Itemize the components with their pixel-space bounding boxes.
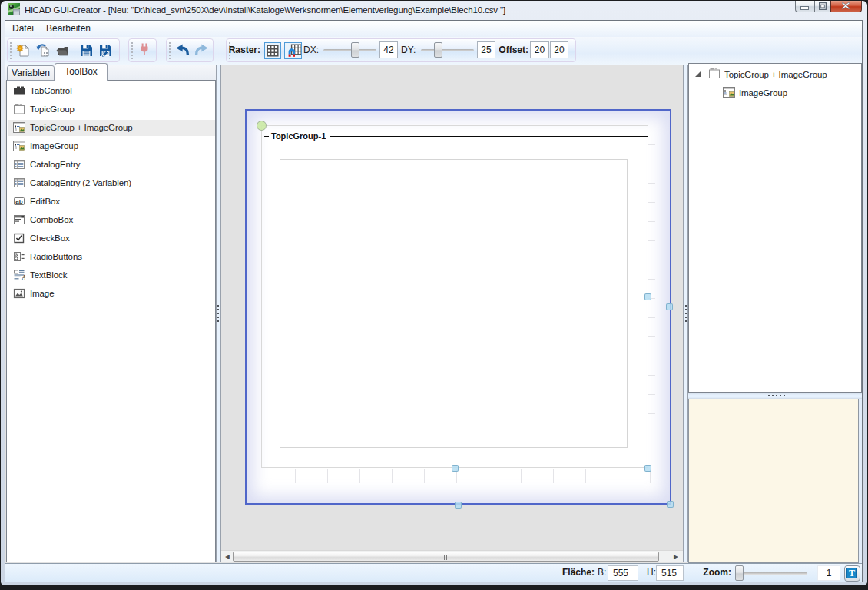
- svg-text:ab: ab: [15, 198, 22, 205]
- svg-text:A: A: [22, 273, 26, 280]
